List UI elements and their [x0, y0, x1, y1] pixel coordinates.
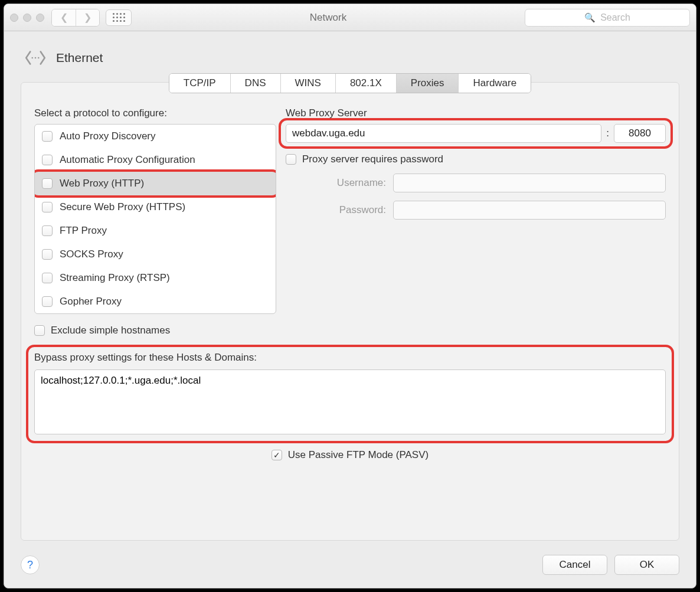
network-prefs-window: ❮ ❯ Network 🔍 Search	[4, 4, 696, 588]
bypass-label: Bypass proxy settings for these Hosts & …	[34, 352, 666, 364]
tabs-bar: TCP/IPDNSWINS802.1XProxiesHardware	[34, 73, 666, 93]
protocol-checkbox[interactable]	[42, 273, 53, 283]
proxy-port-input[interactable]	[614, 124, 666, 143]
protocol-row-auto-proxy-discovery[interactable]: Auto Proxy Discovery	[35, 125, 276, 148]
tab-802-1x[interactable]: 802.1X	[335, 74, 396, 93]
protocol-label: Streaming Proxy (RTSP)	[60, 272, 170, 284]
content-area: Ethernet TCP/IPDNSWINS802.1XProxiesHardw…	[4, 31, 696, 588]
protocol-checkbox[interactable]	[42, 178, 53, 189]
exclude-simple-hostnames-checkbox[interactable]	[34, 325, 45, 336]
protocol-checkbox[interactable]	[42, 296, 53, 307]
protocol-label: SOCKS Proxy	[60, 248, 123, 260]
zoom-window-button[interactable]	[36, 14, 44, 22]
chevron-right-icon: ❯	[84, 12, 91, 23]
username-label: Username:	[286, 177, 386, 189]
grid-icon	[113, 13, 125, 22]
protocol-checkbox[interactable]	[42, 249, 53, 260]
server-row: :	[286, 124, 666, 143]
titlebar: ❮ ❯ Network 🔍 Search	[4, 4, 696, 31]
protocol-label: Automatic Proxy Configuration	[60, 154, 195, 166]
protocol-label: FTP Proxy	[60, 225, 107, 237]
page-title: Ethernet	[56, 51, 103, 65]
protocol-row-ftp-proxy[interactable]: FTP Proxy	[35, 219, 276, 243]
protocol-label: Secure Web Proxy (HTTPS)	[60, 201, 185, 213]
password-row: Password:	[286, 201, 666, 220]
ftp-passive-label: Use Passive FTP Mode (PASV)	[288, 449, 428, 461]
server-section-label: Web Proxy Server	[286, 107, 666, 119]
svg-point-0	[31, 57, 33, 59]
svg-point-2	[38, 57, 40, 59]
password-input[interactable]	[393, 201, 666, 220]
svg-point-1	[35, 57, 37, 59]
proxies-panel: TCP/IPDNSWINS802.1XProxiesHardware Selec…	[21, 82, 679, 541]
ftp-passive-checkbox[interactable]	[272, 450, 282, 460]
cancel-button[interactable]: Cancel	[542, 555, 607, 575]
close-window-button[interactable]	[10, 14, 18, 22]
protocol-label: Web Proxy (HTTP)	[60, 178, 144, 189]
right-column: Web Proxy Server : Proxy server requires…	[286, 107, 666, 348]
page-header: Ethernet	[21, 45, 679, 70]
protocol-label: Auto Proxy Discovery	[60, 130, 156, 142]
protocol-checkbox[interactable]	[42, 155, 53, 165]
protocol-section-label: Select a protocol to configure:	[34, 107, 276, 119]
search-placeholder: Search	[600, 12, 630, 23]
ok-button[interactable]: OK	[614, 555, 679, 575]
password-label: Password:	[286, 204, 386, 216]
protocol-checkbox[interactable]	[42, 225, 53, 236]
proxy-host-input[interactable]	[286, 124, 601, 143]
ethernet-icon	[23, 45, 48, 70]
ftp-passive-row: Use Passive FTP Mode (PASV)	[34, 449, 666, 461]
requires-password-row: Proxy server requires password	[286, 153, 666, 165]
protocol-row-socks-proxy[interactable]: SOCKS Proxy	[35, 243, 276, 266]
requires-password-label: Proxy server requires password	[302, 153, 443, 165]
username-input[interactable]	[393, 174, 666, 192]
chevron-left-icon: ❮	[60, 12, 68, 23]
show-all-prefs-button[interactable]	[106, 9, 132, 26]
dialog-footer: ? Cancel OK	[21, 555, 679, 575]
minimize-window-button[interactable]	[23, 14, 31, 22]
protocol-row-automatic-proxy-configuration[interactable]: Automatic Proxy Configuration	[35, 148, 276, 172]
tab-dns[interactable]: DNS	[230, 74, 280, 93]
columns: Select a protocol to configure: Auto Pro…	[34, 107, 666, 348]
protocol-row-web-proxy-http-[interactable]: Web Proxy (HTTP)	[35, 172, 276, 195]
exclude-simple-hostnames-row: Exclude simple hostnames	[34, 325, 276, 336]
protocol-label: Gopher Proxy	[60, 296, 122, 308]
window-title: Network	[132, 12, 525, 24]
username-row: Username:	[286, 174, 666, 192]
search-input[interactable]: 🔍 Search	[525, 9, 690, 27]
tab-wins[interactable]: WINS	[280, 74, 335, 93]
protocol-row-streaming-proxy-rtsp-[interactable]: Streaming Proxy (RTSP)	[35, 266, 276, 290]
bypass-section: Bypass proxy settings for these Hosts & …	[34, 352, 666, 436]
protocol-checkbox[interactable]	[42, 202, 53, 212]
host-port-separator: :	[606, 127, 609, 139]
nav-back-forward: ❮ ❯	[51, 9, 100, 27]
tab-tcp-ip[interactable]: TCP/IP	[169, 74, 230, 93]
tab-proxies[interactable]: Proxies	[396, 74, 459, 93]
help-button[interactable]: ?	[21, 555, 40, 574]
protocol-row-secure-web-proxy-https-[interactable]: Secure Web Proxy (HTTPS)	[35, 195, 276, 219]
protocol-checkbox[interactable]	[42, 131, 53, 142]
requires-password-checkbox[interactable]	[286, 154, 296, 165]
tab-hardware[interactable]: Hardware	[458, 74, 531, 93]
search-icon: 🔍	[584, 12, 596, 23]
protocol-list[interactable]: Auto Proxy DiscoveryAutomatic Proxy Conf…	[34, 124, 276, 314]
forward-button[interactable]: ❯	[76, 9, 99, 26]
bypass-textarea[interactable]	[34, 369, 666, 434]
help-icon: ?	[27, 559, 33, 571]
left-column: Select a protocol to configure: Auto Pro…	[34, 107, 276, 348]
exclude-simple-hostnames-label: Exclude simple hostnames	[51, 325, 170, 336]
traffic-lights	[10, 14, 44, 22]
protocol-row-gopher-proxy[interactable]: Gopher Proxy	[35, 290, 276, 313]
back-button[interactable]: ❮	[52, 9, 76, 26]
